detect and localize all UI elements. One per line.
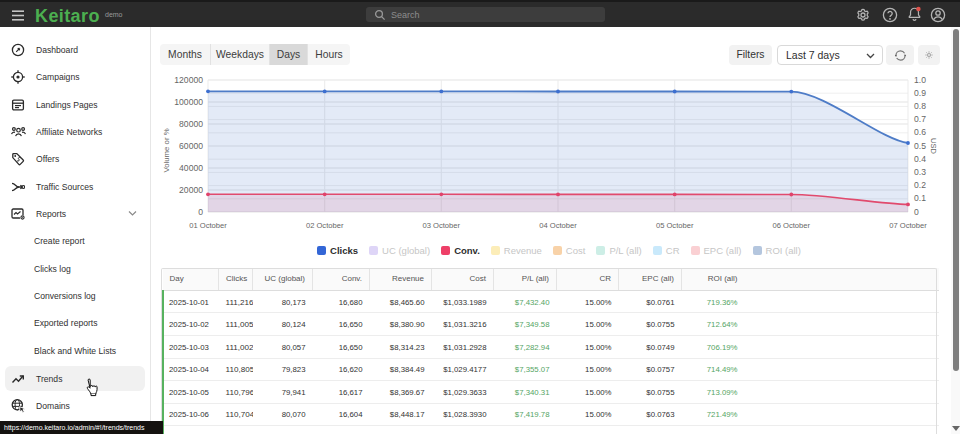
- svg-text:0.1: 0.1: [914, 193, 926, 203]
- svg-text:Volume or %: Volume or %: [162, 128, 171, 172]
- svg-text:80000: 80000: [179, 119, 203, 129]
- svg-text:0.4: 0.4: [914, 154, 926, 164]
- svg-text:03 October: 03 October: [423, 221, 461, 230]
- svg-text:0.6: 0.6: [914, 127, 926, 137]
- svg-text:07 October: 07 October: [889, 221, 927, 230]
- svg-text:20000: 20000: [179, 185, 203, 195]
- svg-text:05 October: 05 October: [656, 221, 694, 230]
- svg-text:0: 0: [198, 207, 203, 217]
- svg-text:06 October: 06 October: [773, 221, 811, 230]
- svg-text:120000: 120000: [174, 75, 203, 85]
- svg-text:0.2: 0.2: [914, 180, 926, 190]
- svg-text:60000: 60000: [179, 141, 203, 151]
- svg-text:04 October: 04 October: [539, 221, 577, 230]
- svg-text:01 October: 01 October: [189, 221, 227, 230]
- svg-text:0.5: 0.5: [914, 141, 926, 151]
- svg-text:1.0: 1.0: [914, 75, 926, 85]
- svg-text:0.8: 0.8: [914, 101, 926, 111]
- svg-text:100000: 100000: [174, 97, 203, 107]
- svg-text:0: 0: [914, 207, 919, 217]
- svg-text:0.3: 0.3: [914, 167, 926, 177]
- svg-text:USD: USD: [929, 138, 938, 154]
- svg-text:0.7: 0.7: [914, 114, 926, 124]
- svg-text:02 October: 02 October: [306, 221, 344, 230]
- svg-text:0.9: 0.9: [914, 88, 926, 98]
- svg-text:40000: 40000: [179, 163, 203, 173]
